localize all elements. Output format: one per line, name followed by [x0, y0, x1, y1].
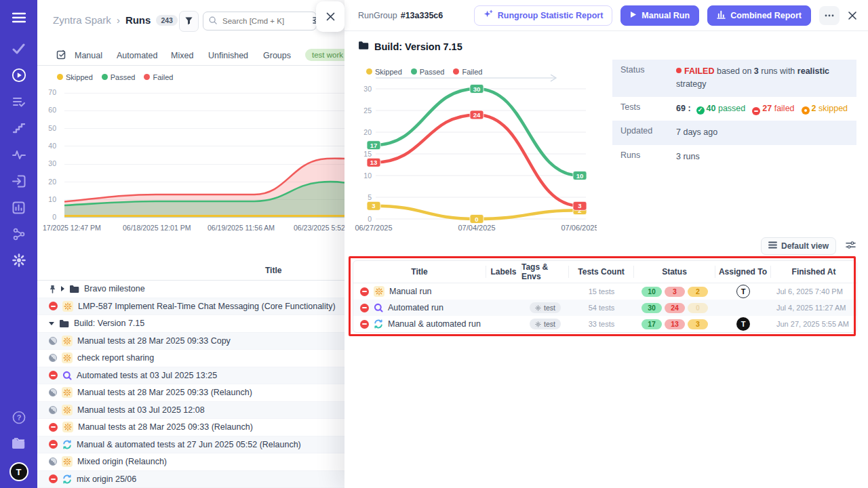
tab-automated[interactable]: Automated	[117, 51, 157, 60]
folder-icon	[59, 319, 69, 328]
run-title[interactable]: Manual tests at 28 Mar 2025 09:33 (Relau…	[77, 388, 252, 397]
runs-filter-tabs: Manual Automated Mixed Unfinished Groups…	[37, 46, 344, 66]
analytics-icon[interactable]	[9, 199, 28, 216]
list-item[interactable]: Manual & automated tests at 27 Jun 2025 …	[37, 436, 344, 454]
column-header[interactable]: Assigned To	[715, 266, 771, 278]
run-title[interactable]: Manual run	[389, 287, 432, 296]
svg-text:5: 5	[368, 193, 372, 201]
chevron-down-icon[interactable]	[49, 322, 54, 325]
table-row[interactable]: Automated run test 54 tests 30 24 0 Jul …	[353, 300, 856, 316]
legend-failed: Failed	[144, 73, 173, 81]
svg-text:?: ?	[16, 413, 21, 422]
assignee-avatar[interactable]: T	[736, 285, 750, 298]
failed-status-icon	[360, 287, 369, 296]
assigned-to-cell: T	[715, 285, 771, 298]
svg-text:07/04/2025: 07/04/2025	[458, 224, 495, 232]
test-plans-icon[interactable]	[9, 94, 28, 110]
run-title[interactable]: Automated run	[388, 303, 443, 312]
tests-check-icon[interactable]	[9, 41, 28, 57]
run-title[interactable]: Automated tests at 03 Jul 2025 13:25	[77, 371, 217, 380]
tab-groups[interactable]: Groups	[263, 51, 291, 60]
filter-button[interactable]	[179, 11, 199, 32]
run-title[interactable]: Manual tests at 28 Mar 2025 09:33 (Relau…	[78, 422, 253, 432]
table-view-bar: Default view	[761, 237, 856, 255]
table-row[interactable]: Manual run 15 tests 10 3 2 T Jul 6, 2025…	[353, 283, 856, 300]
manual-run-button[interactable]: Manual Run	[620, 5, 699, 26]
workflow-branch-icon[interactable]	[9, 226, 28, 242]
assignee-avatar[interactable]: T	[736, 317, 750, 331]
tab-unfinished[interactable]: Unfinished	[208, 51, 248, 60]
in-progress-status-icon	[49, 337, 57, 345]
table-settings-icon[interactable]	[846, 240, 856, 253]
column-header[interactable]: Finished At	[771, 266, 856, 278]
list-item[interactable]: Bravo milestone	[37, 281, 344, 298]
manual-run-icon	[62, 336, 73, 346]
steps-icon[interactable]	[9, 120, 28, 136]
settings-gear-icon[interactable]	[9, 252, 28, 268]
column-header[interactable]: Labels	[486, 266, 521, 278]
combined-report-button[interactable]: Combined Report	[707, 5, 811, 26]
run-title[interactable]: Manual tests at 28 Mar 2025 09:33 Copy	[77, 336, 231, 346]
run-title[interactable]: Build: Version 7.15	[74, 319, 144, 328]
list-item[interactable]: Manual tests at 28 Mar 2025 09:33 Copy	[37, 333, 344, 350]
column-header[interactable]: Tags & Envs	[521, 266, 569, 278]
more-actions-button[interactable]	[819, 6, 840, 25]
in-progress-status-icon	[49, 354, 57, 362]
pulse-icon[interactable]	[9, 146, 28, 163]
run-title[interactable]: Manual & automated tests at 27 Jun 2025 …	[77, 440, 301, 449]
table-row[interactable]: Manual & automated run test 33 tests 17 …	[353, 316, 856, 332]
bar-chart-icon	[717, 10, 726, 21]
runs-page: Zyntra Spark › Runs 243 Manual Automated…	[37, 0, 344, 488]
column-header[interactable]: Tests Count	[569, 266, 634, 278]
menu-icon[interactable]	[9, 9, 28, 26]
run-title[interactable]: LMP-587 Implement Real-Time Chat Messagi…	[78, 302, 336, 311]
column-header[interactable]: Title	[353, 266, 486, 278]
list-item[interactable]: Manual tests at 03 Jul 2025 12:08	[37, 402, 344, 420]
tag-filter-pill[interactable]: test work	[305, 49, 344, 61]
pin-icon[interactable]	[49, 285, 56, 293]
tags-cell: test	[521, 302, 569, 313]
tab-manual[interactable]: Manual	[75, 51, 102, 60]
list-item[interactable]: Automated tests at 03 Jul 2025 13:25	[37, 367, 344, 385]
tests-count-cell: 33 tests	[569, 320, 634, 328]
svg-text:10: 10	[363, 171, 372, 180]
run-title[interactable]: Manual tests at 03 Jul 2025 12:08	[77, 405, 205, 415]
list-item[interactable]: Manual tests at 28 Mar 2025 09:33 (Relau…	[37, 419, 344, 436]
projects-folder-icon[interactable]	[9, 436, 28, 452]
sparkles-icon	[484, 9, 493, 21]
list-item[interactable]: LMP-587 Implement Real-Time Chat Messagi…	[37, 298, 344, 316]
area-chart-legend: Skipped Passed Failed	[57, 73, 173, 81]
passed-count-pill: 10	[642, 287, 662, 297]
list-item[interactable]: check report sharing	[37, 350, 344, 367]
panel-close-button[interactable]	[316, 1, 344, 32]
run-title[interactable]: check report sharing	[77, 353, 154, 363]
chevron-right-icon[interactable]	[61, 286, 64, 291]
rungroup-statistic-report-button[interactable]: Rungroup Statistic Report	[474, 5, 613, 26]
help-icon[interactable]: ?	[9, 409, 28, 426]
runs-play-icon[interactable]	[9, 67, 28, 83]
column-header[interactable]: Status	[634, 266, 715, 278]
failed-status-icon	[49, 474, 58, 483]
drawer-close-button[interactable]	[848, 11, 857, 20]
runs-table-body: Manual run 15 tests 10 3 2 T Jul 6, 2025…	[353, 283, 856, 332]
list-item[interactable]: Mixed origin (Relaunch)	[37, 453, 344, 471]
tab-mixed[interactable]: Mixed	[171, 51, 193, 60]
title-column-header: Title	[265, 266, 281, 275]
skipped-count-pill: 0	[688, 303, 708, 313]
list-item[interactable]: Manual tests at 28 Mar 2025 09:33 (Relau…	[37, 384, 344, 402]
run-title[interactable]: Bravo milestone	[84, 284, 145, 293]
import-icon[interactable]	[9, 173, 28, 189]
user-avatar[interactable]: T	[9, 462, 28, 481]
passed-count-pill: 17	[642, 319, 662, 329]
default-view-button[interactable]: Default view	[761, 237, 836, 255]
search-input[interactable]	[221, 16, 298, 26]
run-title[interactable]: Manual & automated run	[388, 319, 481, 329]
run-title[interactable]: Mixed origin (Relaunch)	[77, 457, 167, 466]
run-title[interactable]: mix origin 25/06	[77, 474, 136, 484]
list-item[interactable]: mix origin 25/06	[37, 471, 344, 488]
tests-count-cell: 54 tests	[569, 304, 634, 312]
manual-run-icon	[62, 456, 73, 467]
list-item[interactable]: Build: Version 7.15	[37, 315, 344, 333]
search-bar[interactable]	[203, 12, 317, 30]
breadcrumb: Zyntra Spark › Runs 243	[53, 14, 178, 26]
